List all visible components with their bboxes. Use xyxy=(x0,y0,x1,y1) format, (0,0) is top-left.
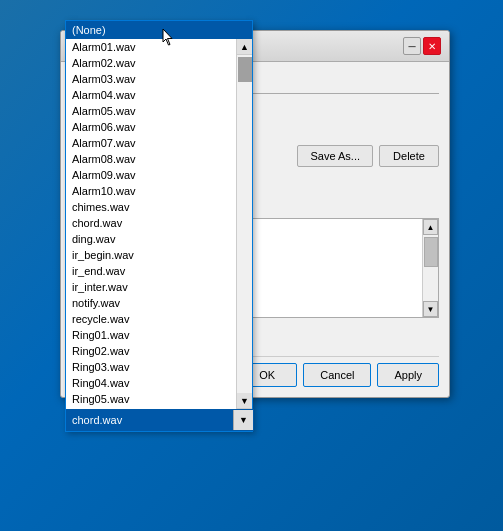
list-item[interactable]: Ring06.wav xyxy=(66,407,236,409)
list-item[interactable]: Ring04.wav xyxy=(66,375,236,391)
dropdown-scroll-down[interactable]: ▼ xyxy=(237,393,252,409)
dropdown-list[interactable]: Alarm01.wav Alarm02.wav Alarm03.wav Alar… xyxy=(66,39,252,409)
list-item[interactable]: Alarm10.wav xyxy=(66,183,236,199)
list-item[interactable]: Alarm05.wav xyxy=(66,103,236,119)
minimize-button[interactable]: ─ xyxy=(403,37,421,55)
list-item[interactable]: Alarm07.wav xyxy=(66,135,236,151)
list-item[interactable]: Alarm01.wav xyxy=(66,39,236,55)
list-scrollbar[interactable]: ▲ ▼ xyxy=(422,219,438,317)
scroll-down-arrow[interactable]: ▼ xyxy=(423,301,438,317)
list-item[interactable]: Ring03.wav xyxy=(66,359,236,375)
scroll-up-icon: ▲ xyxy=(427,223,435,232)
list-item[interactable]: Alarm04.wav xyxy=(66,87,236,103)
dropdown-combo-box[interactable]: chord.wav ▼ xyxy=(66,409,254,431)
dropdown-selected-value: (None) xyxy=(72,24,106,36)
list-item[interactable]: Ring02.wav xyxy=(66,343,236,359)
list-item[interactable]: Alarm03.wav xyxy=(66,71,236,87)
list-item[interactable]: ir_inter.wav xyxy=(66,279,236,295)
dropdown-scrollbar[interactable]: ▲ ▼ xyxy=(236,39,252,409)
list-item[interactable]: ding.wav xyxy=(66,231,236,247)
dropdown-scroll-thumb[interactable] xyxy=(238,57,252,82)
list-item[interactable]: chimes.wav xyxy=(66,199,236,215)
minimize-icon: ─ xyxy=(408,41,415,52)
list-item[interactable]: Alarm06.wav xyxy=(66,119,236,135)
chevron-down-icon: ▼ xyxy=(239,415,248,425)
desktop: Pl... ─ ✕ ications plied to events in Wi… xyxy=(0,0,503,531)
dropdown-selected-header: (None) xyxy=(66,21,252,39)
list-item[interactable]: Alarm09.wav xyxy=(66,167,236,183)
scroll-up-arrow[interactable]: ▲ xyxy=(423,219,438,235)
dropdown-overlay: (None) Alarm01.wav Alarm02.wav Alarm03.w… xyxy=(65,20,253,432)
save-as-button[interactable]: Save As... xyxy=(297,145,373,167)
list-item[interactable]: Alarm08.wav xyxy=(66,151,236,167)
close-button[interactable]: ✕ xyxy=(423,37,441,55)
scrollbar-thumb[interactable] xyxy=(424,237,438,267)
cancel-button[interactable]: Cancel xyxy=(303,363,371,387)
close-icon: ✕ xyxy=(428,41,436,52)
list-item[interactable]: notify.wav xyxy=(66,295,236,311)
delete-button[interactable]: Delete xyxy=(379,145,439,167)
list-item[interactable]: ir_begin.wav xyxy=(66,247,236,263)
dropdown-scroll-up[interactable]: ▲ xyxy=(237,39,252,55)
list-item[interactable]: ir_end.wav xyxy=(66,263,236,279)
combo-dropdown-arrow[interactable]: ▼ xyxy=(233,410,253,430)
apply-button[interactable]: Apply xyxy=(377,363,439,387)
dialog-controls: ─ ✕ xyxy=(403,37,441,55)
scroll-down-icon: ▼ xyxy=(427,305,435,314)
list-item[interactable]: Ring05.wav xyxy=(66,391,236,407)
combo-selected-value: chord.wav xyxy=(67,410,233,430)
list-item[interactable]: Ring01.wav xyxy=(66,327,236,343)
list-item[interactable]: recycle.wav xyxy=(66,311,236,327)
list-item[interactable]: chord.wav xyxy=(66,215,236,231)
list-item[interactable]: Alarm02.wav xyxy=(66,55,236,71)
